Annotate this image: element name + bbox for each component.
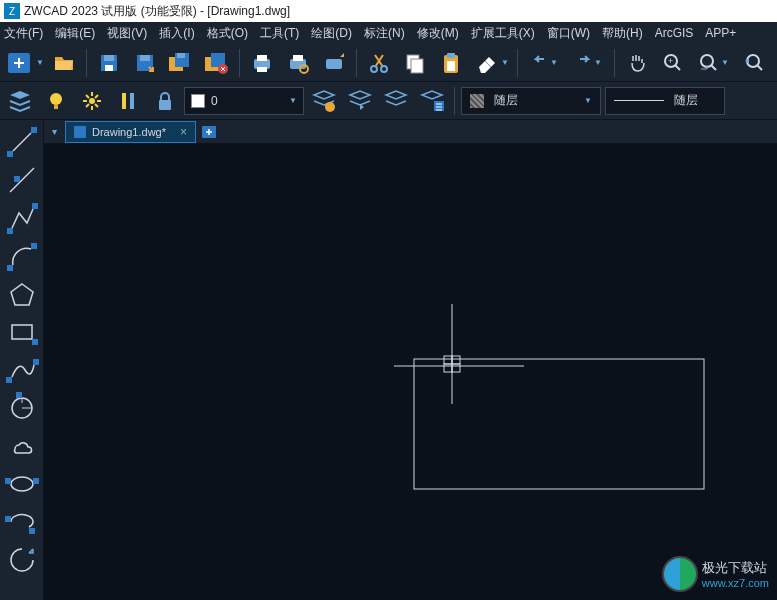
- layer-dropdown[interactable]: 0 ▼: [184, 87, 304, 115]
- saveall-button[interactable]: [165, 47, 197, 79]
- zoom-window-button[interactable]: ▼: [693, 47, 733, 79]
- svg-point-35: [325, 102, 335, 112]
- svg-text:+: +: [668, 56, 673, 66]
- menu-format[interactable]: 格式(O): [207, 25, 248, 42]
- toolbar-standard: ▼ ▼ ▼ ▼ + ▼: [0, 44, 777, 82]
- layer-states-button[interactable]: [308, 85, 340, 117]
- lineweight-dropdown[interactable]: 随层: [605, 87, 725, 115]
- layer-previous-button[interactable]: [344, 85, 376, 117]
- lineweight-preview: [614, 100, 664, 101]
- svg-rect-8: [177, 53, 185, 58]
- paste-button[interactable]: [435, 47, 467, 79]
- polygon-tool[interactable]: [4, 276, 40, 312]
- save-button[interactable]: [93, 47, 125, 79]
- eraser-button[interactable]: ▼: [471, 47, 511, 79]
- color-swatch: [191, 94, 205, 108]
- ellipse-tool[interactable]: [4, 466, 40, 502]
- zoom-realtime-button[interactable]: +: [657, 47, 689, 79]
- watermark-url: www.xz7.com: [702, 577, 769, 589]
- window-title: ZWCAD 2023 试用版 (功能受限) - [Drawing1.dwg]: [24, 3, 290, 20]
- separator: [86, 49, 87, 77]
- new-tab-button[interactable]: [198, 122, 220, 142]
- save-close-button[interactable]: [201, 47, 233, 79]
- svg-rect-32: [122, 93, 126, 109]
- menu-help[interactable]: 帮助(H): [602, 25, 643, 42]
- plot-preview-button[interactable]: [282, 47, 314, 79]
- circle-tool[interactable]: [4, 390, 40, 426]
- open-button[interactable]: [48, 47, 80, 79]
- menu-draw[interactable]: 绘图(D): [311, 25, 352, 42]
- separator: [356, 49, 357, 77]
- watermark-brand: 极光下载站: [702, 559, 769, 577]
- zoom-previous-button[interactable]: [737, 47, 769, 79]
- saveas-button[interactable]: [129, 47, 161, 79]
- svg-rect-14: [257, 67, 267, 72]
- pan-button[interactable]: [621, 47, 653, 79]
- menu-modify[interactable]: 修改(M): [417, 25, 459, 42]
- svg-rect-24: [447, 53, 455, 58]
- tabbar-grip[interactable]: ▾: [52, 126, 57, 137]
- menu-insert[interactable]: 插入(I): [159, 25, 194, 42]
- menu-window[interactable]: 窗口(W): [547, 25, 590, 42]
- dropdown-icon: ▼: [289, 96, 297, 105]
- dwg-icon: [74, 126, 86, 138]
- cut-button[interactable]: [363, 47, 395, 79]
- rectangle-tool[interactable]: [4, 314, 40, 350]
- copy-button[interactable]: [399, 47, 431, 79]
- linetype-swatch: [470, 94, 484, 108]
- layer-on-button[interactable]: [40, 85, 72, 117]
- publish-button[interactable]: [318, 47, 350, 79]
- close-tab-button[interactable]: ×: [180, 125, 187, 139]
- undo-button[interactable]: ▼: [524, 47, 564, 79]
- layer-match-button[interactable]: [380, 85, 412, 117]
- svg-rect-13: [257, 55, 267, 61]
- svg-rect-43: [414, 359, 704, 489]
- svg-point-31: [89, 98, 95, 104]
- menu-view[interactable]: 视图(V): [107, 25, 147, 42]
- svg-rect-39: [12, 325, 32, 339]
- separator: [517, 49, 518, 77]
- svg-point-41: [11, 477, 33, 491]
- app-icon: Z: [4, 3, 20, 19]
- revcloud-tool[interactable]: [4, 428, 40, 464]
- svg-rect-25: [447, 61, 455, 71]
- svg-line-37: [13, 133, 31, 151]
- titlebar: Z ZWCAD 2023 试用版 (功能受限) - [Drawing1.dwg]: [0, 0, 777, 22]
- watermark-logo-icon: [662, 556, 698, 592]
- plot-button[interactable]: [246, 47, 278, 79]
- menu-edit[interactable]: 编辑(E): [55, 25, 95, 42]
- layer-lock-button[interactable]: [148, 85, 180, 117]
- new-button[interactable]: ▼: [4, 47, 44, 79]
- arc-tool[interactable]: [4, 238, 40, 274]
- menu-file[interactable]: 文件(F): [4, 25, 43, 42]
- separator: [614, 49, 615, 77]
- lineweight-current-label: 随层: [674, 92, 698, 109]
- menu-dimension[interactable]: 标注(N): [364, 25, 405, 42]
- ellipse-arc-tool[interactable]: [4, 504, 40, 540]
- menu-extension[interactable]: 扩展工具(X): [471, 25, 535, 42]
- layer-isolate-button[interactable]: [112, 85, 144, 117]
- donut-tool[interactable]: [4, 542, 40, 578]
- drawing-canvas[interactable]: [44, 144, 777, 600]
- menu-tools[interactable]: 工具(T): [260, 25, 299, 42]
- redo-button[interactable]: ▼: [568, 47, 608, 79]
- layer-freeze-button[interactable]: [76, 85, 108, 117]
- layer-properties-button[interactable]: [4, 85, 36, 117]
- svg-rect-46: [444, 356, 452, 364]
- svg-rect-22: [411, 59, 423, 73]
- line-tool[interactable]: [4, 124, 40, 160]
- watermark: 极光下载站 www.xz7.com: [662, 556, 769, 592]
- svg-point-20: [381, 66, 387, 72]
- svg-rect-47: [452, 356, 460, 364]
- polyline-tool[interactable]: [4, 200, 40, 236]
- file-tab[interactable]: Drawing1.dwg* ×: [65, 121, 196, 143]
- menu-appplus[interactable]: APP+: [705, 26, 736, 40]
- svg-point-19: [371, 66, 377, 72]
- spline-tool[interactable]: [4, 352, 40, 388]
- layer-walk-button[interactable]: [416, 85, 448, 117]
- xline-tool[interactable]: [4, 162, 40, 198]
- menu-arcgis[interactable]: ArcGIS: [655, 26, 694, 40]
- linetype-dropdown[interactable]: 随层 ▼: [461, 87, 601, 115]
- file-tab-label: Drawing1.dwg*: [92, 126, 166, 138]
- linetype-current-label: 随层: [494, 92, 574, 109]
